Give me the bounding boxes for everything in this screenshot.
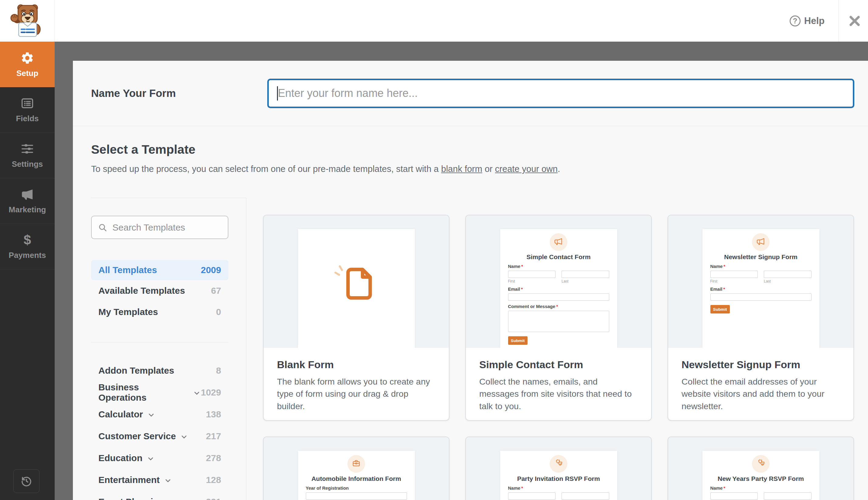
mini-form-body: Name*FirstLastEmail*: [500, 486, 617, 500]
template-card-party-invitation-rsvp-form[interactable]: Party Invitation RSVP FormName*FirstLast…: [465, 436, 652, 500]
wpforms-logo: [0, 0, 55, 42]
document-icon: [332, 262, 380, 307]
template-preview: New Years Party RSVP FormName*FirstLast: [668, 437, 854, 500]
mini-form-body: Year of RegistrationMake (eg Ford): [298, 486, 415, 500]
category-label-group: Calculator: [99, 409, 155, 420]
megaphone-icon: [756, 237, 766, 248]
topbar: ? Help: [0, 0, 868, 42]
chevron-down-icon: [164, 475, 172, 485]
template-card-newsletter-signup-form[interactable]: Newsletter Signup FormName*FirstLastEmai…: [667, 215, 854, 421]
mini-name-inputs: [710, 269, 811, 278]
category-count: 231: [206, 497, 221, 500]
required-asterisk: *: [723, 264, 725, 269]
template-preview: Simple Contact FormName*FirstLastEmail*C…: [466, 215, 651, 348]
megaphone-solid-icon: [20, 188, 34, 201]
mini-field-label: Year of Registration: [306, 486, 407, 491]
category-label-group: Entertainment: [99, 475, 172, 485]
category-education[interactable]: Education278: [91, 447, 228, 469]
sidebar-item-label: Payments: [9, 251, 46, 260]
content-backdrop: Name Your Form Select a Template To spee…: [55, 42, 868, 500]
dollar-icon: $: [20, 233, 34, 247]
select-template-heading: Select a Template: [91, 126, 868, 157]
mini-field-label: Name*: [508, 486, 609, 491]
category-count: 278: [206, 453, 221, 463]
category-count: 1029: [201, 387, 221, 398]
mini-field-label: Name*: [508, 264, 609, 269]
template-card-blank-form[interactable]: Blank FormThe blank form allows you to c…: [263, 215, 449, 421]
mini-form-body: Name*FirstLastEmail*Comment or Message*S…: [500, 264, 617, 345]
history-icon: [20, 475, 33, 488]
template-search-box: [91, 216, 228, 239]
mini-input: [562, 271, 609, 278]
create-your-own-link[interactable]: create your own: [495, 164, 558, 174]
select-template-description: To speed up the process, you can select …: [91, 164, 868, 174]
help-button[interactable]: ? Help: [790, 15, 825, 26]
search-templates-input[interactable]: [112, 223, 230, 233]
sliders-icon: [20, 142, 34, 156]
template-cards-grid: Blank FormThe blank form allows you to c…: [263, 215, 854, 500]
filter-available-templates[interactable]: Available Templates67: [91, 280, 228, 301]
blank-form-link[interactable]: blank form: [441, 164, 482, 174]
template-card-description: The blank form allows you to create any …: [277, 375, 435, 412]
filter-my-templates[interactable]: My Templates0: [91, 301, 228, 322]
sidebar-item-fields[interactable]: Fields: [0, 87, 55, 133]
mini-input: [710, 293, 811, 301]
required-asterisk: *: [556, 304, 558, 309]
sidebar-item-setup[interactable]: Setup: [0, 42, 55, 87]
description-text: or: [482, 164, 495, 174]
mini-input: [710, 271, 758, 278]
mini-sublabel: Last: [764, 279, 811, 283]
template-card-simple-contact-form[interactable]: Simple Contact FormName*FirstLastEmail*C…: [465, 215, 652, 421]
description-text: .: [558, 164, 560, 174]
mini-form-title: Simple Contact Form: [500, 253, 617, 261]
sidebar-item-marketing[interactable]: Marketing: [0, 178, 55, 224]
sidebar-item-settings[interactable]: Settings: [0, 133, 55, 178]
category-event-planning[interactable]: Event Planning231: [91, 491, 228, 500]
help-icon: ?: [790, 15, 801, 26]
template-card-new-years-party-rsvp-form[interactable]: New Years Party RSVP FormName*FirstLast: [667, 436, 854, 500]
category-customer-service[interactable]: Customer Service217: [91, 425, 228, 447]
category-addon-templates[interactable]: Addon Templates8: [91, 360, 228, 382]
mini-sublabel: Last: [562, 279, 609, 283]
filter-count: 2009: [201, 265, 221, 275]
sidebar: SetupFieldsSettingsMarketing$Payments: [0, 42, 55, 500]
required-asterisk: *: [521, 264, 523, 269]
form-fields-icon: [20, 96, 34, 110]
mini-input: [508, 492, 556, 500]
template-preview: [264, 215, 449, 348]
template-card-info: Newsletter Signup FormCollect the email …: [668, 348, 854, 412]
template-preview: Party Invitation RSVP FormName*FirstLast…: [466, 437, 651, 500]
template-icon-bubble: [347, 455, 365, 473]
close-builder-button[interactable]: [839, 14, 868, 27]
text-caret: [277, 86, 278, 101]
mini-sublabels: FirstLast: [508, 279, 609, 283]
mini-form-body: Name*FirstLast: [703, 486, 819, 500]
category-calculator[interactable]: Calculator138: [91, 404, 228, 425]
form-name-input[interactable]: [267, 79, 854, 108]
sidebar-nav: SetupFieldsSettingsMarketing$Payments: [0, 42, 55, 270]
category-business-operations[interactable]: Business Operations1029: [91, 382, 228, 404]
search-icon: [98, 223, 107, 232]
template-browser: All Templates2009Available Templates67My…: [91, 198, 868, 500]
category-label: Customer Service: [99, 431, 176, 441]
close-icon: [848, 14, 861, 27]
template-card-description: Collect the email addresses of your webs…: [682, 375, 840, 412]
category-label-group: Customer Service: [99, 431, 188, 441]
masks-icon: [756, 458, 766, 469]
mini-input: [508, 293, 609, 301]
category-entertainment[interactable]: Entertainment128: [91, 469, 228, 491]
sidebar-item-label: Fields: [16, 114, 38, 123]
template-card-automobile-information-form[interactable]: Automobile Information FormYear of Regis…: [263, 436, 449, 500]
template-filter-column: All Templates2009Available Templates67My…: [91, 198, 246, 500]
sidebar-item-payments[interactable]: $Payments: [0, 224, 55, 270]
mini-input: [710, 492, 758, 500]
category-label: Event Planning: [99, 497, 164, 500]
revisions-button[interactable]: [13, 469, 39, 493]
filter-all-templates[interactable]: All Templates2009: [91, 260, 228, 280]
mini-form-title: Party Invitation RSVP Form: [500, 475, 617, 482]
templates-area: Blank FormThe blank form allows you to c…: [246, 198, 868, 500]
category-count: 128: [206, 475, 221, 485]
gear-icon: [20, 51, 34, 65]
briefcase-icon: [351, 458, 361, 469]
mini-input: [306, 492, 407, 500]
